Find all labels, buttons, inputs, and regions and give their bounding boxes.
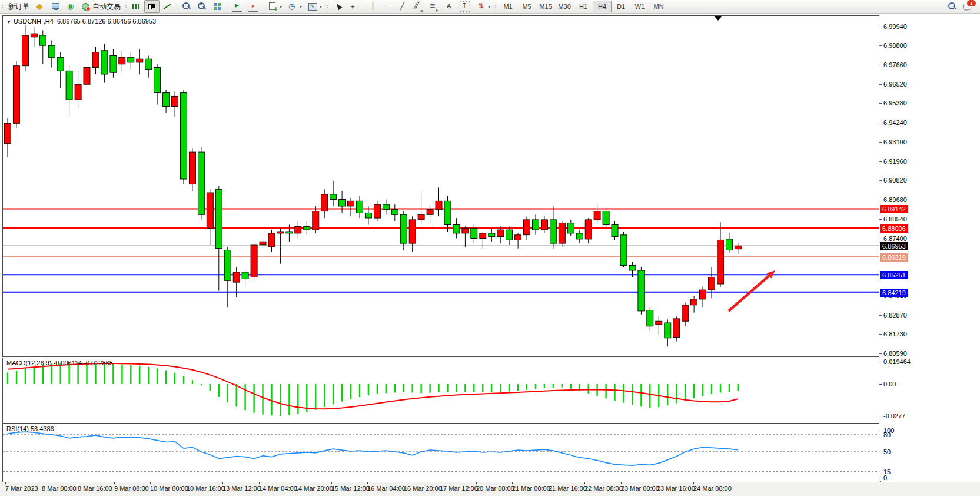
zoom-in-button[interactable] <box>179 0 194 13</box>
candle-body <box>198 152 204 214</box>
toolbar-grip <box>326 2 329 11</box>
macd-hist-bar <box>438 384 439 392</box>
candle-body <box>471 228 477 238</box>
macd-hist-bar <box>447 384 448 392</box>
candle-body <box>172 96 178 106</box>
collapse-triangle-icon[interactable]: ▼ <box>6 19 11 25</box>
signals-button[interactable] <box>63 0 78 13</box>
rsi-axis-tick: 50 <box>881 448 891 455</box>
time-axis-label: 23 Mar 16:00 <box>657 485 695 492</box>
timeframe-w1-button[interactable]: W1 <box>630 1 649 12</box>
macd-hist-bar <box>341 384 343 402</box>
price-chart-canvas[interactable] <box>3 16 879 355</box>
line-chart-button[interactable] <box>160 0 175 13</box>
macd-hist-bar <box>51 363 52 384</box>
price-axis-tick: 6.93100 <box>881 138 907 146</box>
fibonacci-tool-button[interactable] <box>426 0 441 13</box>
horizontal-line-tool-button[interactable] <box>380 0 396 13</box>
history-center-button[interactable] <box>32 0 48 13</box>
rsi-label: RSI(14) 53.4386 <box>6 425 54 432</box>
arrows-tool-button[interactable]: ▾ <box>473 0 493 13</box>
auto-scroll-button[interactable] <box>229 0 245 13</box>
new-order-button[interactable]: 新订单 <box>5 0 32 13</box>
candle-body <box>242 272 248 279</box>
macd-hist-bar <box>368 384 369 395</box>
rsi-pane[interactable]: RSI(14) 53.4386 <box>2 424 881 482</box>
macd-hist-bar <box>7 373 8 385</box>
channel-tool-button[interactable] <box>411 0 426 13</box>
timeframe-d1-button[interactable]: D1 <box>612 1 630 12</box>
zoom-out-button[interactable] <box>194 0 210 13</box>
candle-body <box>489 233 495 237</box>
macd-pane[interactable]: MACD(12,26,9) -0.006114 -0.012865 <box>2 358 881 424</box>
macd-signal-line <box>8 363 738 409</box>
dropdown-caret-icon: ▾ <box>280 4 282 9</box>
periods-button[interactable]: ▾ <box>285 0 305 13</box>
macd-hist-bar <box>218 384 220 397</box>
chart-shift-button[interactable] <box>245 0 261 13</box>
candle-body <box>286 232 293 233</box>
cursor-icon <box>333 2 343 11</box>
timeframe-m15-button[interactable]: M15 <box>536 1 555 12</box>
timeframe-m5-button[interactable]: M5 <box>517 1 536 12</box>
price-chart-pane[interactable]: ▼USDCNH-,H4 6.86765 6.87126 6.86456 6.86… <box>2 15 881 357</box>
price-badge-6.84219: 6.84219 <box>880 289 908 297</box>
macd-hist-bar <box>667 384 668 405</box>
candle-body <box>101 51 108 74</box>
candle-body <box>418 214 424 220</box>
price-axis-tick: 6.95380 <box>881 100 907 107</box>
text-label-tool-button[interactable] <box>457 0 473 13</box>
time-axis-label: 8 Mar 16:00 <box>78 485 112 492</box>
price-axis-tick: 6.90820 <box>881 177 907 184</box>
macd-hist-bar <box>333 384 334 404</box>
macd-hist-bar <box>676 384 677 403</box>
candle-body <box>585 220 592 239</box>
search-button[interactable] <box>945 0 960 13</box>
macd-hist-bar <box>562 384 563 388</box>
template-button[interactable]: ▾ <box>305 0 325 13</box>
macd-hist-bar <box>500 384 501 392</box>
macd-hist-bar <box>640 384 642 406</box>
macd-axis-tick: -0.0277 <box>881 412 905 419</box>
candle-body <box>295 226 301 233</box>
macd-canvas[interactable] <box>3 358 879 422</box>
period-marker-triangle <box>715 16 722 21</box>
terminal-button[interactable] <box>48 0 63 13</box>
bar-chart-button[interactable] <box>129 0 144 13</box>
macd-hist-bar <box>192 380 193 384</box>
time-axis-label: 10 Mar 16:00 <box>187 485 225 492</box>
text-label-icon <box>460 1 470 12</box>
auto-trading-label: 自动交易 <box>92 2 121 12</box>
text-tool-button[interactable] <box>441 0 457 13</box>
macd-hist-bar <box>588 384 589 394</box>
timeframe-h4-button[interactable]: H4 <box>593 1 612 12</box>
trendline-tool-button[interactable] <box>396 0 411 13</box>
price-axis[interactable]: 6.999406.988006.976606.965206.953806.942… <box>879 15 980 481</box>
dropdown-caret-icon: ▾ <box>300 4 302 9</box>
time-axis-label: 16 Mar 04:00 <box>367 485 406 492</box>
time-axis-label: 14 Mar 20:00 <box>295 485 333 492</box>
vertical-line-tool-button[interactable] <box>365 0 380 13</box>
macd-hist-bar <box>244 384 245 410</box>
cursor-tool-button[interactable] <box>330 0 346 13</box>
timeframe-m30-button[interactable]: M30 <box>555 1 574 12</box>
candlestick-chart-button[interactable] <box>144 0 160 13</box>
tile-windows-button[interactable] <box>210 0 225 13</box>
crosshair-tool-button[interactable] <box>346 0 361 13</box>
timeframe-m1-button[interactable]: M1 <box>499 1 517 12</box>
toolbar-grip <box>125 2 128 11</box>
rsi-canvas[interactable] <box>3 424 879 481</box>
timeframe-h1-button[interactable]: H1 <box>574 1 593 12</box>
time-axis[interactable]: 7 Mar 20238 Mar 00:008 Mar 16:009 Mar 08… <box>0 482 980 496</box>
candle-body <box>612 225 618 237</box>
new-chart-button[interactable]: ▾ <box>265 0 285 13</box>
timeframe-mn-button[interactable]: MN <box>649 1 668 12</box>
notifications-button[interactable]: 1 <box>960 0 975 13</box>
candle-body <box>603 211 609 225</box>
candle-body <box>665 323 671 338</box>
candle-body <box>533 220 539 230</box>
macd-hist-bar <box>377 384 378 394</box>
candle-body <box>154 68 161 93</box>
candle-body <box>260 242 266 245</box>
auto-trading-button[interactable]: 自动交易 <box>78 0 124 13</box>
